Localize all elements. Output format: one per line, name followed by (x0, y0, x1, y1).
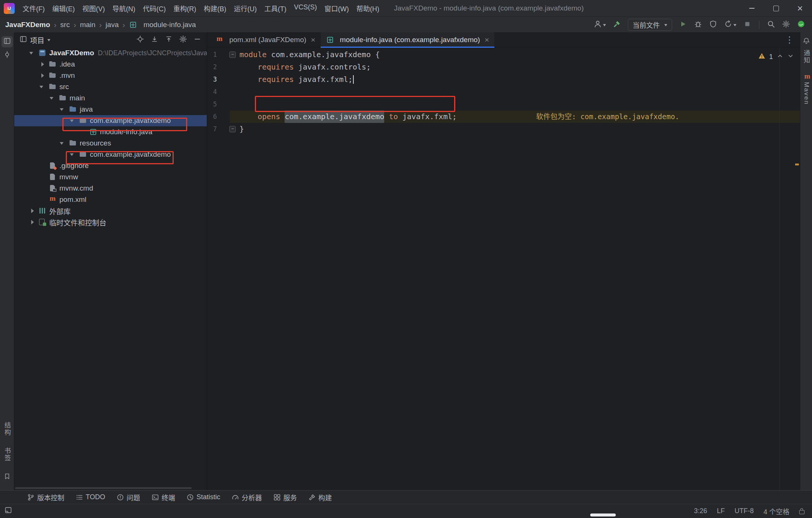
settings-button[interactable] (782, 20, 790, 30)
editor-tab[interactable]: pom.xml (JavaFXDemo)× (210, 32, 321, 47)
tree-item[interactable]: src (14, 81, 207, 92)
user-profile-button[interactable] (594, 20, 606, 30)
stop-button[interactable] (743, 20, 751, 30)
tree-item[interactable]: mvnw (14, 171, 207, 183)
menu-item[interactable]: VCS(S) (291, 2, 320, 15)
close-button[interactable]: × (788, 0, 812, 17)
tree-item[interactable]: .mvn (14, 70, 207, 81)
run-config-selector[interactable]: 当前文件 (628, 19, 672, 31)
line-number[interactable]: 1 (207, 48, 217, 61)
chevron-down-icon[interactable] (60, 138, 69, 149)
chevron-right-icon[interactable] (29, 217, 38, 228)
toolwindow-button-profiler[interactable]: 分析器 (232, 492, 262, 502)
notifications-label[interactable]: 通知 (801, 50, 811, 64)
line-number[interactable]: 4 (207, 86, 217, 98)
line-number[interactable]: 5 (207, 98, 217, 111)
build-project-button[interactable] (613, 20, 621, 30)
toolwindow-button-statistic[interactable]: Statistic (186, 493, 220, 501)
minimize-button[interactable] (740, 0, 764, 17)
chevron-right-icon[interactable] (29, 205, 38, 217)
tree-item[interactable]: 外部库 (14, 205, 207, 217)
chevron-right-icon[interactable] (39, 59, 48, 70)
fold-icon[interactable]: − (217, 48, 239, 61)
breadcrumb-item[interactable]: main (80, 21, 95, 29)
close-tab-icon[interactable]: × (311, 35, 315, 44)
chevron-down-icon[interactable] (47, 39, 50, 43)
toolwindow-button-build[interactable]: 构建 (308, 492, 332, 502)
panel-options-button[interactable] (177, 35, 189, 45)
tab-options-icon[interactable]: ⋮ (779, 35, 800, 45)
project-panel-title[interactable]: 项目 (30, 35, 44, 45)
tree-item[interactable]: com.example.javafxdemo (14, 149, 207, 160)
chevron-down-icon[interactable] (29, 47, 38, 59)
toolwindow-button-services[interactable]: 服务 (273, 492, 297, 502)
tree-item[interactable]: com.example.javafxdemo (14, 115, 207, 126)
tree-item[interactable]: java (14, 104, 207, 115)
run-button[interactable] (679, 20, 687, 30)
menu-item[interactable]: 窗口(W) (321, 2, 352, 15)
tree-item[interactable]: .idea (14, 59, 207, 70)
menu-item[interactable]: 视图(V) (79, 2, 108, 15)
maven-toolwindow-button[interactable]: Maven (803, 82, 810, 105)
commit-toolwindow-button[interactable] (2, 50, 13, 61)
line-separator[interactable]: LF (717, 507, 725, 515)
tree-item[interactable]: JavaFXDemoD:\IDEAProjects\JCNCProjects\J… (14, 47, 207, 59)
caret-position[interactable]: 3:26 (694, 507, 707, 515)
structure-toolwindow-button[interactable]: 结构 (2, 422, 12, 436)
layout-icon[interactable] (5, 506, 12, 516)
debug-button[interactable] (694, 20, 702, 30)
tree-item[interactable]: pom.xml (14, 194, 207, 205)
fold-icon[interactable]: − (217, 123, 239, 135)
menu-item[interactable]: 帮助(H) (353, 2, 383, 15)
previous-warning-icon[interactable] (777, 53, 783, 61)
menu-item[interactable]: 运行(U) (230, 2, 260, 15)
toolwindow-button-terminal[interactable]: 终端 (151, 492, 175, 502)
ai-assistant-button[interactable] (797, 20, 805, 30)
maximize-button[interactable] (764, 0, 788, 17)
menu-item[interactable]: 代码(C) (139, 2, 169, 15)
chevron-right-icon[interactable] (39, 70, 48, 81)
line-number[interactable]: 3 (207, 73, 217, 86)
tree-item[interactable]: resources (14, 138, 207, 149)
notifications-toolwindow-button[interactable] (801, 36, 812, 47)
inspections-widget[interactable]: 1 (758, 52, 794, 61)
horizontal-scrollbar[interactable] (15, 487, 192, 489)
tree-item[interactable]: 临时文件和控制台 (14, 217, 207, 228)
line-number[interactable]: 2 (207, 61, 217, 73)
toolwindow-button-todo[interactable]: TODO (76, 493, 105, 501)
readonly-lock-icon[interactable] (799, 510, 804, 514)
tree-item[interactable]: module-info.java (14, 126, 207, 138)
tree-item[interactable]: .gitignore (14, 160, 207, 171)
line-number[interactable]: 7 (207, 123, 217, 135)
line-number[interactable]: 6 (207, 111, 217, 123)
tree-item[interactable]: main (14, 92, 207, 104)
breadcrumb-item[interactable]: java (106, 21, 119, 29)
maven-icon[interactable] (803, 74, 812, 81)
next-warning-icon[interactable] (787, 53, 794, 61)
hide-panel-button[interactable] (192, 35, 203, 45)
chevron-down-icon[interactable] (60, 104, 69, 115)
editor-tab[interactable]: module-info.java (com.example.javafxdemo… (321, 32, 494, 47)
breadcrumb-item[interactable]: JavaFXDemo (5, 21, 50, 29)
chevron-down-icon[interactable] (50, 92, 59, 104)
project-toolwindow-button[interactable] (2, 36, 13, 47)
locate-file-button[interactable] (135, 35, 146, 45)
expand-all-button[interactable] (149, 35, 160, 45)
bookmark-icon[interactable] (4, 473, 11, 481)
coverage-button[interactable] (709, 20, 717, 30)
toolwindow-button-problems[interactable]: 问题 (117, 492, 140, 502)
menu-item[interactable]: 工具(T) (261, 2, 290, 15)
run-options-button[interactable] (724, 20, 736, 30)
breadcrumb-item[interactable]: src (60, 21, 70, 29)
close-tab-icon[interactable]: × (485, 35, 489, 44)
collapse-all-button[interactable] (163, 35, 174, 45)
menu-item[interactable]: 重构(R) (170, 2, 200, 15)
chevron-down-icon[interactable] (70, 115, 79, 126)
warning-stripe-mark[interactable] (795, 164, 799, 165)
code-editor[interactable]: 1−module com.example.javafxdemo {2 requi… (207, 48, 800, 490)
indent-setting[interactable]: 4 个空格 (764, 506, 789, 516)
menu-item[interactable]: 导航(N) (109, 2, 139, 15)
menu-item[interactable]: 构建(B) (200, 2, 230, 15)
tree-item[interactable]: mvnw.cmd (14, 183, 207, 194)
toolwindow-button-branch[interactable]: 版本控制 (27, 492, 64, 502)
